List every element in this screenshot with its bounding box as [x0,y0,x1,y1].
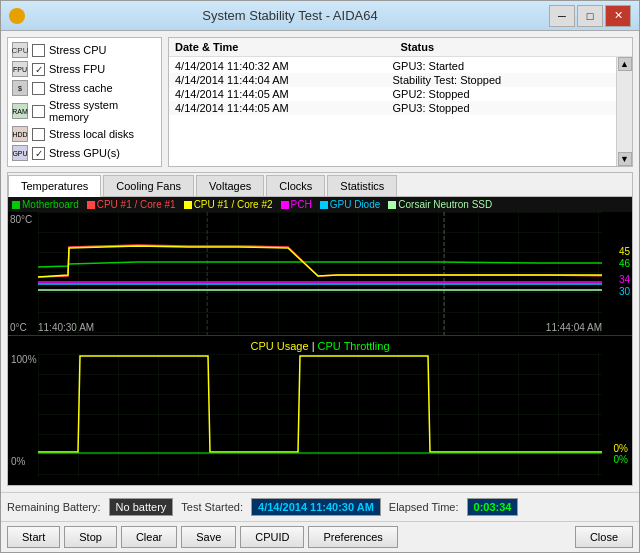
title-bar: System Stability Test - AIDA64 ─ □ ✕ [1,1,639,31]
action-bar: Start Stop Clear Save CPUID Preferences … [1,521,639,552]
log-row: 4/14/2014 11:44:05 AM GPU3: Stopped [169,101,616,115]
main-content: CPU Stress CPU FPU Stress FPU $ Stress c… [1,31,639,492]
cache-icon: $ [12,80,28,96]
stress-panel: CPU Stress CPU FPU Stress FPU $ Stress c… [7,37,162,167]
log-status-0: GPU3: Started [393,60,611,72]
window-title: System Stability Test - AIDA64 [31,8,549,23]
stop-button[interactable]: Stop [64,526,117,548]
temp-val-30: 30 [619,286,630,297]
stress-cpu-checkbox[interactable] [32,44,45,57]
legend-cpu1-core2: CPU #1 / Core #2 [184,199,273,210]
stress-cache-label: Stress cache [49,82,113,94]
log-status-2: GPU2: Stopped [393,88,611,100]
battery-label: Remaining Battery: [7,501,101,513]
log-status-header: Status [401,41,627,53]
stress-memory-checkbox[interactable] [32,105,45,118]
tab-voltages[interactable]: Voltages [196,175,264,196]
log-datetime-1: 4/14/2014 11:44:04 AM [175,74,393,86]
minimize-button[interactable]: ─ [549,5,575,27]
legend-pch-label: PCH [291,199,312,210]
gpu-icon: GPU [12,145,28,161]
legend-pch-dot [281,201,289,209]
log-scrollbar[interactable]: ▲ ▼ [616,57,632,166]
legend-ssd-label: Corsair Neutron SSD [398,199,492,210]
stress-gpu-label: Stress GPU(s) [49,147,120,159]
temp-y-min: 0°C [10,322,40,333]
memory-icon: RAM [12,103,28,119]
cpu-y-max: 100% [11,354,37,365]
temp-val-34: 34 [619,274,630,285]
stress-cpu-item[interactable]: CPU Stress CPU [12,42,157,58]
battery-value: No battery [109,498,174,516]
bottom-bar: Remaining Battery: No battery Test Start… [1,492,639,521]
stress-disks-item[interactable]: HDD Stress local disks [12,126,157,142]
preferences-button[interactable]: Preferences [308,526,397,548]
disk-icon: HDD [12,126,28,142]
save-button[interactable]: Save [181,526,236,548]
legend-gpu-diode: GPU Diode [320,199,381,210]
stress-fpu-item[interactable]: FPU Stress FPU [12,61,157,77]
tabs-section: Temperatures Cooling Fans Voltages Clock… [7,172,633,486]
cpu-chart-separator: | [312,340,315,352]
cpuid-button[interactable]: CPUID [240,526,304,548]
main-window: System Stability Test - AIDA64 ─ □ ✕ CPU… [0,0,640,553]
stress-gpu-checkbox[interactable] [32,147,45,160]
tab-cooling-fans[interactable]: Cooling Fans [103,175,194,196]
clear-button[interactable]: Clear [121,526,177,548]
legend-ssd-dot [388,201,396,209]
stress-fpu-checkbox[interactable] [32,63,45,76]
maximize-button[interactable]: □ [577,5,603,27]
tab-clocks[interactable]: Clocks [266,175,325,196]
tab-temperatures[interactable]: Temperatures [8,175,101,197]
temp-x-end: 11:44:04 AM [546,322,602,333]
log-row: 4/14/2014 11:40:32 AM GPU3: Started [169,59,616,73]
temp-right-values: 45 46 34 30 [619,246,630,297]
stress-disks-checkbox[interactable] [32,128,45,141]
close-button[interactable]: Close [575,526,633,548]
stress-disks-label: Stress local disks [49,128,134,140]
cpu-right-values: 0% 0% [614,443,628,465]
stress-memory-item[interactable]: RAM Stress system memory [12,99,157,123]
log-row: 4/14/2014 11:44:05 AM GPU2: Stopped [169,87,616,101]
stress-fpu-label: Stress FPU [49,63,105,75]
top-section: CPU Stress CPU FPU Stress FPU $ Stress c… [7,37,633,167]
legend-gpudiode-label: GPU Diode [330,199,381,210]
cpu-throttle-label: CPU Throttling [318,340,390,352]
cpu-right-1: 0% [614,454,628,465]
legend-cpu1-core1: CPU #1 / Core #1 [87,199,176,210]
legend-corsair-ssd: Corsair Neutron SSD [388,199,492,210]
log-status-3: GPU3: Stopped [393,102,611,114]
tab-statistics[interactable]: Statistics [327,175,397,196]
close-window-button[interactable]: ✕ [605,5,631,27]
log-status-1: Stability Test: Stopped [393,74,611,86]
log-header: Date & Time Status [169,38,632,57]
log-with-scroll: 4/14/2014 11:40:32 AM GPU3: Started 4/14… [169,57,632,166]
log-row: 4/14/2014 11:44:04 AM Stability Test: St… [169,73,616,87]
cpu-usage-chart: CPU Usage | CPU Throttling 100% 0% [8,335,632,485]
fpu-icon: FPU [12,61,28,77]
elapsed-label: Elapsed Time: [389,501,459,513]
stress-cache-checkbox[interactable] [32,82,45,95]
log-datetime-2: 4/14/2014 11:44:05 AM [175,88,393,100]
legend-cpu1core2-label: CPU #1 / Core #2 [194,199,273,210]
stress-gpu-item[interactable]: GPU Stress GPU(s) [12,145,157,161]
cpu-icon: CPU [12,42,28,58]
cpu-y-axis: 100% 0% [11,354,37,467]
cpu-chart-title: CPU Usage | CPU Throttling [8,340,632,352]
cpu-usage-label: CPU Usage [251,340,309,352]
temp-chart-svg [38,212,602,335]
start-button[interactable]: Start [7,526,60,548]
temp-y-max: 80°C [10,214,40,225]
legend-motherboard-label: Motherboard [22,199,79,210]
stress-cache-item[interactable]: $ Stress cache [12,80,157,96]
legend-cpu1core1-label: CPU #1 / Core #1 [97,199,176,210]
window-controls: ─ □ ✕ [549,5,631,27]
test-started-label: Test Started: [181,501,243,513]
temp-val-46: 46 [619,258,630,269]
stress-cpu-label: Stress CPU [49,44,106,56]
cpu-chart-svg [38,354,602,477]
tab-bar: Temperatures Cooling Fans Voltages Clock… [8,173,632,197]
log-panel: Date & Time Status 4/14/2014 11:40:32 AM… [168,37,633,167]
legend-gpudiode-dot [320,201,328,209]
stress-memory-label: Stress system memory [49,99,157,123]
